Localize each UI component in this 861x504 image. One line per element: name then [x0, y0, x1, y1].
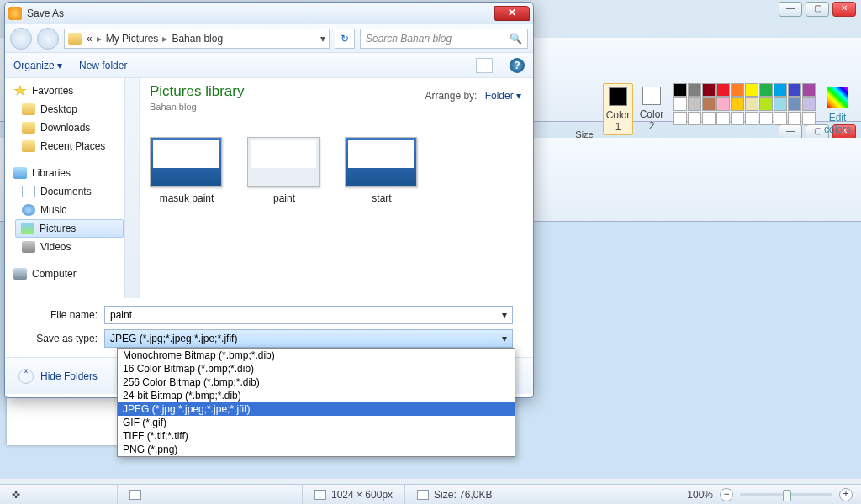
sidebar-libraries[interactable]: Libraries — [5, 164, 139, 182]
color-swatch[interactable] — [802, 112, 816, 125]
color-swatch[interactable] — [745, 97, 758, 111]
new-folder-button[interactable]: New folder — [79, 60, 127, 71]
help-icon[interactable]: ? — [510, 58, 525, 73]
filetype-dropdown[interactable]: JPEG (*.jpg;*.jpeg;*.jpe;*.jfif)▾ — [104, 329, 513, 348]
arrange-value[interactable]: Folder ▾ — [485, 90, 521, 102]
color-swatch[interactable] — [702, 97, 716, 111]
filetype-option[interactable]: Monochrome Bitmap (*.bmp;*.dib) — [118, 349, 515, 362]
filetype-option[interactable]: TIFF (*.tif;*.tiff) — [118, 429, 515, 443]
color-swatch[interactable] — [788, 97, 801, 111]
color-swatch[interactable] — [731, 112, 744, 125]
sidebar-item-videos[interactable]: Videos — [5, 238, 139, 256]
sidebar-label: Downloads — [40, 122, 90, 134]
forward-button[interactable] — [37, 28, 59, 50]
color-swatch[interactable] — [688, 112, 701, 125]
color-swatch[interactable] — [716, 97, 730, 111]
color-swatch[interactable] — [774, 97, 787, 111]
color-swatch[interactable] — [788, 112, 801, 125]
close-button[interactable]: ✕ — [832, 2, 856, 17]
sidebar-favorites[interactable]: Favorites — [5, 81, 139, 100]
color-swatch[interactable] — [745, 83, 758, 97]
color-palette[interactable] — [673, 83, 816, 125]
color-swatch[interactable] — [688, 97, 701, 111]
dialog-title: Save As — [27, 8, 494, 19]
titlebar[interactable]: Save As ✕ — [5, 3, 533, 24]
color-swatch[interactable] — [688, 83, 701, 97]
arrange-by[interactable]: Arrange by: Folder ▾ — [425, 90, 521, 102]
thumb-label: masuk paint — [150, 192, 224, 204]
filetype-option[interactable]: 16 Color Bitmap (*.bmp;*.dib) — [118, 362, 515, 375]
canvas-size: 861 × 504px — [331, 489, 393, 501]
color-swatch[interactable] — [731, 97, 744, 111]
color-swatch[interactable] — [802, 97, 816, 111]
folder-icon — [22, 103, 35, 115]
size-dropdown[interactable]: Size — [568, 83, 601, 139]
zoom-in-button[interactable]: + — [839, 488, 853, 501]
filetype-option[interactable]: 24-bit Bitmap (*.bmp;*.dib) — [118, 389, 515, 402]
color-swatch[interactable] — [716, 83, 730, 97]
folder-icon — [22, 140, 35, 152]
filetype-option[interactable]: 256 Color Bitmap (*.bmp;*.dib) — [118, 375, 515, 389]
close-icon[interactable]: ✕ — [494, 6, 530, 21]
file-thumb[interactable]: masuk paint — [150, 137, 224, 204]
maximize-button[interactable]: ▢ — [806, 2, 829, 17]
refresh-button[interactable]: ↻ — [335, 29, 355, 49]
edit-colors-button[interactable]: Edit colors — [821, 83, 854, 135]
back-button[interactable] — [10, 28, 32, 50]
filetype-options[interactable]: Monochrome Bitmap (*.bmp;*.dib)16 Color … — [117, 348, 515, 457]
color-swatch[interactable] — [702, 83, 716, 97]
color-swatch[interactable] — [745, 112, 758, 125]
color-swatch[interactable] — [731, 83, 744, 97]
color-swatch[interactable] — [759, 112, 773, 125]
filetype-option[interactable]: PNG (*.png) — [118, 443, 515, 456]
search-input[interactable]: Search Bahan blog 🔍 — [360, 29, 528, 49]
dropdown-icon[interactable]: ▾ — [502, 333, 507, 344]
color-swatch[interactable] — [774, 112, 787, 125]
minimize-button[interactable]: — — [779, 2, 802, 17]
video-icon — [22, 241, 35, 253]
color-swatch[interactable] — [774, 83, 787, 97]
breadcrumb-dropdown[interactable]: ▾ — [320, 33, 325, 45]
color-swatch[interactable] — [759, 97, 773, 111]
disk-icon — [417, 490, 429, 500]
zoom-control[interactable]: 100% − + — [687, 488, 861, 501]
sidebar-item-downloads[interactable]: Downloads — [5, 118, 139, 137]
sidebar-computer[interactable]: Computer — [5, 265, 139, 283]
filename-input[interactable]: paint▾ — [104, 306, 513, 324]
color-swatch[interactable] — [759, 83, 773, 97]
color-swatch[interactable] — [702, 112, 716, 125]
filetype-value: JPEG (*.jpg;*.jpeg;*.jpe;*.jfif) — [110, 333, 237, 344]
paint-icon — [8, 7, 22, 20]
sidebar-label: Videos — [40, 241, 71, 253]
view-button[interactable] — [476, 58, 493, 73]
color-swatch[interactable] — [716, 112, 730, 125]
color-swatch[interactable] — [673, 97, 687, 111]
breadcrumb-item[interactable]: Bahan blog — [172, 33, 223, 45]
filetype-option[interactable]: JPEG (*.jpg;*.jpeg;*.jpe;*.jfif) — [118, 402, 515, 416]
zoom-slider[interactable] — [740, 493, 832, 496]
collapse-icon[interactable]: ˄ — [18, 369, 34, 384]
hide-folders-button[interactable]: Hide Folders — [40, 370, 98, 382]
color-swatch[interactable] — [802, 83, 816, 97]
color-swatch[interactable] — [788, 83, 801, 97]
sidebar-item-music[interactable]: Music — [5, 201, 139, 219]
color2-button[interactable]: Color 2 — [637, 83, 667, 134]
dropdown-icon[interactable]: ▾ — [502, 309, 507, 321]
zoom-out-button[interactable]: − — [720, 488, 733, 501]
filetype-option[interactable]: GIF (*.gif) — [118, 416, 515, 429]
breadcrumb[interactable]: « ▸ My Pictures ▸ Bahan blog ▾ — [64, 29, 330, 49]
search-placeholder: Search Bahan blog — [366, 33, 452, 45]
sidebar-item-documents[interactable]: Documents — [5, 182, 139, 201]
color1-button[interactable]: Color 1 — [603, 83, 633, 135]
organize-button[interactable]: Organize ▾ — [13, 60, 62, 71]
edit-colors-label: Edit colors — [824, 112, 851, 135]
color-swatch[interactable] — [673, 83, 687, 97]
sidebar-item-desktop[interactable]: Desktop — [5, 100, 139, 118]
file-thumb[interactable]: paint — [247, 137, 321, 204]
sidebar-item-pictures[interactable]: Pictures — [15, 219, 124, 238]
sidebar-item-recent[interactable]: Recent Places — [5, 137, 139, 155]
color-swatch[interactable] — [673, 112, 687, 125]
file-thumb[interactable]: start — [345, 137, 419, 204]
breadcrumb-item[interactable]: My Pictures — [106, 33, 159, 45]
music-icon — [22, 204, 35, 216]
